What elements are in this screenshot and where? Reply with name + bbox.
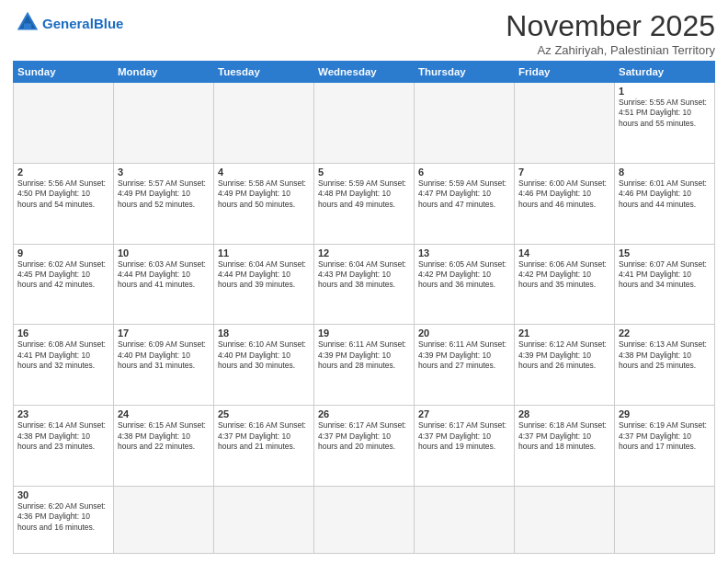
- day-info: Sunrise: 5:55 AM Sunset: 4:51 PM Dayligh…: [619, 98, 711, 129]
- calendar-cell: 30Sunrise: 6:20 AM Sunset: 4:36 PM Dayli…: [14, 486, 114, 553]
- day-number: 6: [418, 167, 510, 178]
- day-number: 16: [17, 327, 109, 339]
- logo-blue: Blue: [94, 16, 124, 31]
- day-number: 7: [518, 167, 610, 178]
- day-info: Sunrise: 6:00 AM Sunset: 4:46 PM Dayligh…: [518, 178, 610, 210]
- day-number: 18: [218, 327, 310, 339]
- calendar-cell: 4Sunrise: 5:58 AM Sunset: 4:49 PM Daylig…: [214, 163, 314, 244]
- day-info: Sunrise: 6:04 AM Sunset: 4:43 PM Dayligh…: [318, 259, 410, 291]
- day-info: Sunrise: 6:14 AM Sunset: 4:38 PM Dayligh…: [17, 420, 109, 452]
- day-number: 26: [318, 408, 410, 419]
- calendar-cell: 9Sunrise: 6:02 AM Sunset: 4:45 PM Daylig…: [14, 244, 114, 325]
- calendar-cell: 1Sunrise: 5:55 AM Sunset: 4:51 PM Daylig…: [615, 83, 715, 164]
- day-info: Sunrise: 6:13 AM Sunset: 4:38 PM Dayligh…: [619, 339, 711, 371]
- day-number: 11: [218, 247, 310, 259]
- calendar-cell: 21Sunrise: 6:12 AM Sunset: 4:39 PM Dayli…: [515, 325, 615, 406]
- day-number: 14: [518, 247, 610, 259]
- calendar-cell: 24Sunrise: 6:15 AM Sunset: 4:38 PM Dayli…: [114, 406, 214, 487]
- day-info: Sunrise: 6:03 AM Sunset: 4:44 PM Dayligh…: [118, 259, 210, 291]
- day-info: Sunrise: 6:12 AM Sunset: 4:39 PM Dayligh…: [518, 339, 610, 371]
- calendar-header-sunday: Sunday: [14, 62, 114, 83]
- calendar-cell: 22Sunrise: 6:13 AM Sunset: 4:38 PM Dayli…: [615, 325, 715, 406]
- calendar-header-friday: Friday: [515, 62, 615, 83]
- day-info: Sunrise: 6:08 AM Sunset: 4:41 PM Dayligh…: [17, 339, 109, 371]
- day-number: 19: [318, 327, 410, 339]
- calendar-cell: 11Sunrise: 6:04 AM Sunset: 4:44 PM Dayli…: [214, 244, 314, 325]
- calendar-cell: 25Sunrise: 6:16 AM Sunset: 4:37 PM Dayli…: [214, 406, 314, 487]
- calendar-header-wednesday: Wednesday: [314, 62, 415, 83]
- day-number: 13: [418, 247, 510, 259]
- calendar-cell: [214, 83, 314, 164]
- day-info: Sunrise: 5:57 AM Sunset: 4:49 PM Dayligh…: [118, 178, 210, 210]
- calendar-cell: 5Sunrise: 5:59 AM Sunset: 4:48 PM Daylig…: [314, 163, 415, 244]
- day-number: 21: [518, 327, 610, 339]
- day-info: Sunrise: 6:19 AM Sunset: 4:37 PM Dayligh…: [619, 420, 711, 452]
- calendar-cell: 23Sunrise: 6:14 AM Sunset: 4:38 PM Dayli…: [14, 406, 114, 487]
- day-number: 27: [418, 408, 510, 419]
- day-number: 24: [118, 408, 210, 419]
- calendar-cell: 2Sunrise: 5:56 AM Sunset: 4:50 PM Daylig…: [14, 163, 114, 244]
- day-info: Sunrise: 6:11 AM Sunset: 4:39 PM Dayligh…: [418, 339, 510, 371]
- calendar-cell: 28Sunrise: 6:18 AM Sunset: 4:37 PM Dayli…: [515, 406, 615, 487]
- calendar-week-1: 2Sunrise: 5:56 AM Sunset: 4:50 PM Daylig…: [14, 163, 715, 244]
- calendar-header-row: SundayMondayTuesdayWednesdayThursdayFrid…: [14, 62, 715, 83]
- day-number: 9: [17, 247, 109, 259]
- svg-rect-2: [24, 23, 31, 29]
- calendar-cell: 12Sunrise: 6:04 AM Sunset: 4:43 PM Dayli…: [314, 244, 415, 325]
- calendar-week-0: 1Sunrise: 5:55 AM Sunset: 4:51 PM Daylig…: [14, 83, 715, 164]
- day-number: 1: [619, 86, 711, 97]
- logo-icon: [15, 9, 40, 35]
- day-info: Sunrise: 6:01 AM Sunset: 4:46 PM Dayligh…: [619, 178, 711, 210]
- day-number: 3: [118, 167, 210, 178]
- day-number: 10: [118, 247, 210, 259]
- day-number: 4: [218, 167, 310, 178]
- day-number: 17: [118, 327, 210, 339]
- day-info: Sunrise: 6:02 AM Sunset: 4:45 PM Dayligh…: [17, 259, 109, 291]
- calendar-cell: 17Sunrise: 6:09 AM Sunset: 4:40 PM Dayli…: [114, 325, 214, 406]
- day-number: 23: [17, 408, 109, 419]
- calendar-cell: 8Sunrise: 6:01 AM Sunset: 4:46 PM Daylig…: [615, 163, 715, 244]
- day-number: 22: [619, 327, 711, 339]
- calendar-cell: [515, 83, 615, 164]
- subtitle: Az Zahiriyah, Palestinian Territory: [506, 43, 715, 57]
- month-title: November 2025: [506, 9, 715, 43]
- calendar-cell: 13Sunrise: 6:05 AM Sunset: 4:42 PM Dayli…: [415, 244, 515, 325]
- calendar-cell: 27Sunrise: 6:17 AM Sunset: 4:37 PM Dayli…: [415, 406, 515, 487]
- calendar-header-thursday: Thursday: [415, 62, 515, 83]
- calendar-week-3: 16Sunrise: 6:08 AM Sunset: 4:41 PM Dayli…: [14, 325, 715, 406]
- calendar-cell: 14Sunrise: 6:06 AM Sunset: 4:42 PM Dayli…: [515, 244, 615, 325]
- day-number: 15: [619, 247, 711, 259]
- calendar-cell: [214, 486, 314, 553]
- calendar-cell: 15Sunrise: 6:07 AM Sunset: 4:41 PM Dayli…: [615, 244, 715, 325]
- day-info: Sunrise: 5:59 AM Sunset: 4:48 PM Dayligh…: [318, 178, 410, 210]
- calendar-cell: 26Sunrise: 6:17 AM Sunset: 4:37 PM Dayli…: [314, 406, 415, 487]
- calendar-week-2: 9Sunrise: 6:02 AM Sunset: 4:45 PM Daylig…: [14, 244, 715, 325]
- day-info: Sunrise: 5:56 AM Sunset: 4:50 PM Dayligh…: [17, 178, 109, 210]
- logo-text: GeneralBlue: [42, 17, 123, 32]
- calendar-header-saturday: Saturday: [615, 62, 715, 83]
- day-number: 29: [619, 408, 711, 419]
- calendar-cell: 18Sunrise: 6:10 AM Sunset: 4:40 PM Dayli…: [214, 325, 314, 406]
- day-info: Sunrise: 6:09 AM Sunset: 4:40 PM Dayligh…: [118, 339, 210, 371]
- calendar-cell: [314, 83, 415, 164]
- day-info: Sunrise: 6:07 AM Sunset: 4:41 PM Dayligh…: [619, 259, 711, 291]
- day-info: Sunrise: 6:10 AM Sunset: 4:40 PM Dayligh…: [218, 339, 310, 371]
- calendar-cell: [415, 486, 515, 553]
- day-info: Sunrise: 5:59 AM Sunset: 4:47 PM Dayligh…: [418, 178, 510, 210]
- day-number: 2: [17, 167, 109, 178]
- day-info: Sunrise: 5:58 AM Sunset: 4:49 PM Dayligh…: [218, 178, 310, 210]
- calendar-cell: [314, 486, 415, 553]
- calendar-cell: 19Sunrise: 6:11 AM Sunset: 4:39 PM Dayli…: [314, 325, 415, 406]
- calendar-cell: [114, 486, 214, 553]
- calendar-cell: [14, 83, 114, 164]
- calendar-cell: [114, 83, 214, 164]
- day-info: Sunrise: 6:06 AM Sunset: 4:42 PM Dayligh…: [518, 259, 610, 291]
- day-number: 28: [518, 408, 610, 419]
- day-number: 20: [418, 327, 510, 339]
- calendar-week-4: 23Sunrise: 6:14 AM Sunset: 4:38 PM Dayli…: [14, 406, 715, 487]
- calendar-cell: [515, 486, 615, 553]
- calendar-cell: [415, 83, 515, 164]
- calendar-cell: 6Sunrise: 5:59 AM Sunset: 4:47 PM Daylig…: [415, 163, 515, 244]
- calendar: SundayMondayTuesdayWednesdayThursdayFrid…: [13, 61, 715, 554]
- title-block: November 2025 Az Zahiriyah, Palestinian …: [506, 9, 715, 57]
